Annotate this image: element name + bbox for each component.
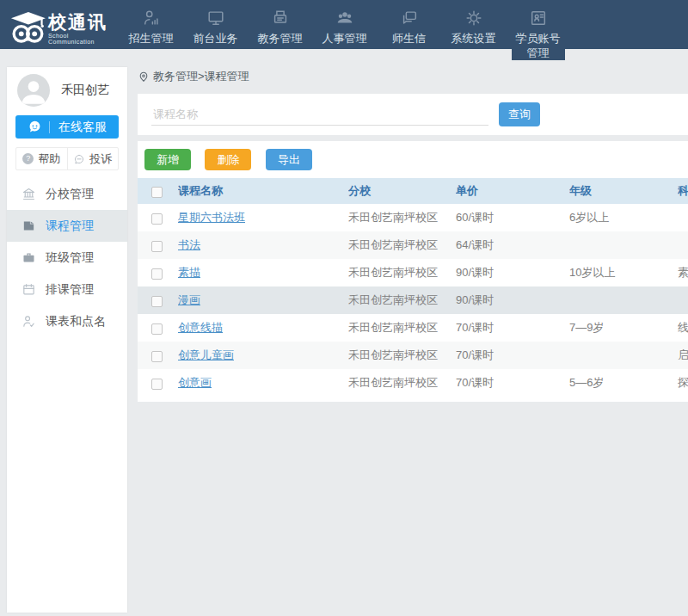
row-checkbox[interactable] <box>151 379 163 390</box>
table-row: 书法 禾田创艺南坪校区 64/课时 <box>138 231 688 259</box>
grade-cell: 7—9岁 <box>569 314 678 342</box>
col-header-subject: 科目 <box>678 178 688 204</box>
nav-item-hr[interactable]: 人事管理 <box>312 0 377 46</box>
delete-button[interactable]: 删除 <box>205 149 251 170</box>
row-checkbox[interactable] <box>151 323 163 335</box>
online-service-button[interactable]: 在线客服 <box>15 115 119 139</box>
select-all-checkbox[interactable] <box>151 187 163 198</box>
query-button[interactable]: 查询 <box>499 102 540 126</box>
nav-label: 学员账号管理 <box>512 31 565 60</box>
subject-cell <box>678 204 688 231</box>
branch-cell: 禾田创艺南坪校区 <box>348 286 456 314</box>
sidebar-item-branch-management[interactable]: 分校管理 <box>7 178 127 210</box>
course-table-panel: 新增 删除 导出 课程名称 分校 单价 年级 科目 星期六书法班 <box>138 141 688 402</box>
nav-label: 师生信 <box>392 31 426 46</box>
question-icon <box>22 153 34 164</box>
add-button[interactable]: 新增 <box>144 149 191 170</box>
row-checkbox[interactable] <box>151 351 163 362</box>
sidebar-item-label: 排课管理 <box>46 282 94 298</box>
course-table: 课程名称 分校 单价 年级 科目 星期六书法班 禾田创艺南坪校区 60/课时 6… <box>138 178 688 397</box>
col-header-price: 单价 <box>456 178 569 204</box>
table-row: 创意线描 禾田创艺南坪校区 70/课时 7—9岁 线 <box>138 314 688 342</box>
app-logo[interactable]: 校通讯 School Communication <box>0 0 119 49</box>
complaint-label: 投诉 <box>89 151 112 167</box>
avatar[interactable] <box>17 74 50 107</box>
breadcrumb-text: 教务管理>课程管理 <box>153 69 249 84</box>
sidebar-item-label: 班级管理 <box>46 250 94 266</box>
nav-item-frontdesk[interactable]: 前台业务 <box>183 0 248 46</box>
main-content: 教务管理>课程管理 查询 新增 删除 导出 课程名称 分校 单价 年级 科目 <box>138 69 688 402</box>
subject-cell: 素 <box>678 259 688 286</box>
col-header-name: 课程名称 <box>178 178 348 204</box>
branch-cell: 禾田创艺南坪校区 <box>348 369 456 397</box>
sidebar-item-label: 分校管理 <box>46 187 94 202</box>
course-link[interactable]: 素描 <box>178 266 200 279</box>
price-cell: 70/课时 <box>456 314 569 342</box>
online-service-label: 在线客服 <box>58 120 107 135</box>
table-row: 素描 禾田创艺南坪校区 90/课时 10岁以上 素 <box>138 259 688 286</box>
course-link[interactable]: 漫画 <box>178 293 200 306</box>
nav-item-enrollment[interactable]: 招生管理 <box>119 0 183 46</box>
nav-item-settings[interactable]: 系统设置 <box>441 0 506 46</box>
subject-cell: 线 <box>678 314 688 342</box>
row-checkbox[interactable] <box>151 268 163 280</box>
row-checkbox[interactable] <box>151 296 163 307</box>
people-group-icon <box>335 8 354 28</box>
branch-cell: 禾田创艺南坪校区 <box>348 259 456 286</box>
briefcase-icon <box>22 250 36 265</box>
course-link[interactable]: 创意儿童画 <box>178 348 234 361</box>
nav-label: 系统设置 <box>452 31 496 46</box>
table-header-row: 课程名称 分校 单价 年级 科目 <box>138 178 688 204</box>
sidebar-menu: 分校管理 课程管理 班级管理 <box>7 178 127 337</box>
user-profile: 禾田创艺 <box>7 67 127 112</box>
app-subtitle: School Communication <box>48 33 114 45</box>
grade-cell <box>569 231 678 259</box>
course-link[interactable]: 星期六书法班 <box>178 211 245 224</box>
export-button[interactable]: 导出 <box>266 149 312 170</box>
gear-icon <box>464 8 483 28</box>
grade-cell <box>569 342 678 369</box>
table-row: 星期六书法班 禾田创艺南坪校区 60/课时 6岁以上 <box>138 204 688 231</box>
row-checkbox[interactable] <box>151 241 163 252</box>
branch-cell: 禾田创艺南坪校区 <box>348 342 456 369</box>
course-name-input[interactable] <box>151 103 488 126</box>
person-stats-icon <box>142 8 161 28</box>
calendar-icon <box>22 282 36 297</box>
divider <box>49 121 50 133</box>
monitor-icon <box>206 8 225 28</box>
subject-cell <box>678 231 688 259</box>
sidebar-item-schedule-management[interactable]: 排课管理 <box>7 274 127 305</box>
subject-cell: 启 <box>678 342 688 369</box>
nav-item-student-accounts[interactable]: 学员账号管理 <box>506 0 570 60</box>
subject-cell <box>678 286 688 314</box>
course-link[interactable]: 创意线描 <box>178 321 223 334</box>
branch-cell: 禾田创艺南坪校区 <box>348 314 456 342</box>
sidebar-item-course-management[interactable]: 课程管理 <box>7 210 127 242</box>
help-label: 帮助 <box>38 151 60 167</box>
table-row: 创意画 禾田创艺南坪校区 70/课时 5—6岁 探 <box>138 369 688 397</box>
price-cell: 90/课时 <box>456 259 569 286</box>
course-link[interactable]: 书法 <box>178 238 200 251</box>
app-title: 校通讯 <box>48 12 114 33</box>
help-complaint-box: 帮助 投诉 <box>15 147 119 170</box>
help-button[interactable]: 帮助 <box>16 148 67 169</box>
sidebar-item-timetable-rollcall[interactable]: 课表和点名 <box>7 305 127 337</box>
col-header-branch: 分校 <box>348 178 456 204</box>
top-navbar: 校通讯 School Communication 招生管理 前台业务 <box>0 0 688 49</box>
sidebar-item-class-management[interactable]: 班级管理 <box>7 242 127 274</box>
row-checkbox[interactable] <box>151 213 163 225</box>
price-cell: 70/课时 <box>456 342 569 369</box>
nav-label: 教务管理 <box>258 31 303 46</box>
customer-service-icon <box>28 120 42 134</box>
breadcrumb: 教务管理>课程管理 <box>138 69 688 84</box>
grade-cell: 6岁以上 <box>569 204 678 231</box>
nav-label: 招生管理 <box>129 31 174 46</box>
course-link[interactable]: 创意画 <box>178 376 212 389</box>
complaint-button[interactable]: 投诉 <box>67 148 119 169</box>
id-card-icon <box>529 8 548 28</box>
nav-item-academic[interactable]: 教务管理 <box>248 0 312 46</box>
sidebar-item-label: 课程管理 <box>46 219 94 234</box>
nav-item-messages[interactable]: 师生信 <box>377 0 441 46</box>
printer-icon <box>271 8 290 28</box>
username: 禾田创艺 <box>61 83 109 98</box>
